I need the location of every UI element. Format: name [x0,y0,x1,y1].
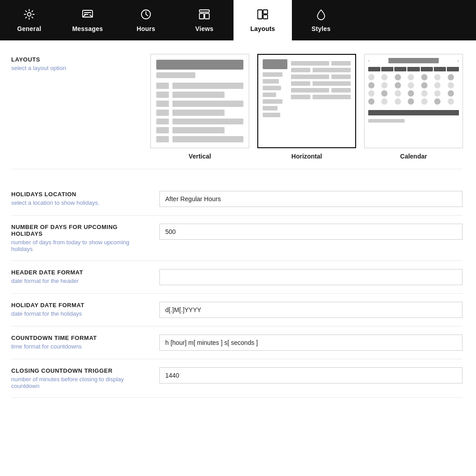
nav-hours-label: Hours [137,25,155,32]
form-left-holiday-date-format: HOLIDAY DATE FORMAT date format for the … [11,302,150,317]
vertical-preview-image [150,54,249,148]
calendar-preview-image: ‹ › [364,54,463,148]
form-right-holidays-location [159,191,463,207]
views-icon [198,8,211,22]
form-right-header-date-format [159,269,463,285]
cal-next-icon: › [458,58,459,63]
countdown-time-format-sublabel: time format for countdowns [11,343,150,350]
cal-prev-icon: ‹ [368,58,370,63]
svg-rect-3 [199,10,209,12]
gear-icon [23,8,35,22]
layouts-left-column: LAYOUTS select a layout option [11,54,150,71]
form-row-holidays-location: HOLIDAYS LOCATION select a location to s… [11,183,463,216]
layouts-icon [256,8,269,22]
holidays-location-sublabel: select a location to show holidays. [11,199,150,206]
header-date-format-label: HEADER DATE FORMAT [11,269,150,276]
svg-rect-5 [205,13,209,19]
form-fields-container: HOLIDAYS LOCATION select a location to s… [11,183,463,398]
svg-rect-6 [258,10,262,19]
holiday-date-format-label: HOLIDAY DATE FORMAT [11,302,150,309]
closing-countdown-trigger-sublabel: number of minutes before closing to disp… [11,376,150,389]
header-date-format-input[interactable] [159,269,463,285]
form-left-days-for-holidays: NUMBER OF DAYS FOR UPCOMING HOLIDAYS num… [11,224,150,252]
nav-styles-label: Styles [312,25,331,32]
layout-card-calendar[interactable]: ‹ › [364,54,463,160]
layout-card-vertical[interactable]: Vertical [150,54,249,160]
horizontal-preview-image [257,54,356,148]
form-left-header-date-format: HEADER DATE FORMAT date format for the h… [11,269,150,284]
nav-item-views[interactable]: Views [175,0,234,40]
nav-item-layouts[interactable]: Layouts [234,0,292,40]
layouts-section: LAYOUTS select a layout option [11,54,463,169]
horizontal-card-name: Horizontal [291,153,322,160]
form-row-header-date-format: HEADER DATE FORMAT date format for the h… [11,261,463,294]
countdown-time-format-input[interactable] [159,335,463,351]
nav-item-styles[interactable]: Styles [292,0,350,40]
form-row-countdown-time-format: COUNTDOWN TIME FORMAT time format for co… [11,326,463,359]
form-left-holidays-location: HOLIDAYS LOCATION select a location to s… [11,191,150,206]
nav-general-label: General [17,25,41,32]
svg-point-0 [27,13,31,16]
drop-icon [315,8,327,22]
form-row-closing-countdown-trigger: CLOSING COUNTDOWN TRIGGER number of minu… [11,359,463,398]
svg-rect-7 [263,10,268,14]
form-right-holiday-date-format [159,302,463,318]
calendar-card-name: Calendar [400,153,427,160]
nav-messages-label: Messages [72,25,103,32]
nav-item-hours[interactable]: Hours [117,0,175,40]
main-content: LAYOUTS select a layout option [0,40,476,411]
top-nav: General Messages Hours [0,0,476,40]
form-left-closing-countdown-trigger: CLOSING COUNTDOWN TRIGGER number of minu… [11,367,150,389]
form-right-closing-countdown-trigger [159,367,463,383]
layouts-cards-container: Vertical [150,54,463,160]
days-for-holidays-input[interactable] [159,224,463,240]
nav-item-messages[interactable]: Messages [58,0,117,40]
form-right-countdown-time-format [159,335,463,351]
message-icon [81,8,94,22]
days-for-holidays-label: NUMBER OF DAYS FOR UPCOMING HOLIDAYS [11,224,150,237]
header-date-format-sublabel: date format for the header [11,278,150,284]
svg-rect-4 [199,13,204,19]
closing-countdown-trigger-input[interactable] [159,367,463,383]
holiday-date-format-sublabel: date format for the holidays [11,310,150,317]
layouts-label: LAYOUTS [11,56,150,63]
svg-rect-8 [263,15,268,19]
layouts-sublabel: select a layout option [11,65,150,71]
layout-card-horizontal[interactable]: Horizontal [257,54,356,160]
holidays-location-label: HOLIDAYS LOCATION [11,191,150,198]
form-left-countdown-time-format: COUNTDOWN TIME FORMAT time format for co… [11,335,150,350]
form-right-days-for-holidays [159,224,463,240]
nav-item-general[interactable]: General [0,0,58,40]
nav-views-label: Views [195,25,213,32]
closing-countdown-trigger-label: CLOSING COUNTDOWN TRIGGER [11,367,150,374]
countdown-time-format-label: COUNTDOWN TIME FORMAT [11,335,150,341]
form-row-holiday-date-format: HOLIDAY DATE FORMAT date format for the … [11,294,463,326]
vertical-card-name: Vertical [189,153,211,160]
form-row-days-for-holidays: NUMBER OF DAYS FOR UPCOMING HOLIDAYS num… [11,216,463,261]
nav-layouts-label: Layouts [250,25,275,32]
clock-icon [140,8,152,22]
holiday-date-format-input[interactable] [159,302,463,318]
holidays-location-input[interactable] [159,191,463,207]
days-for-holidays-sublabel: number of days from today to show upcomi… [11,239,150,252]
